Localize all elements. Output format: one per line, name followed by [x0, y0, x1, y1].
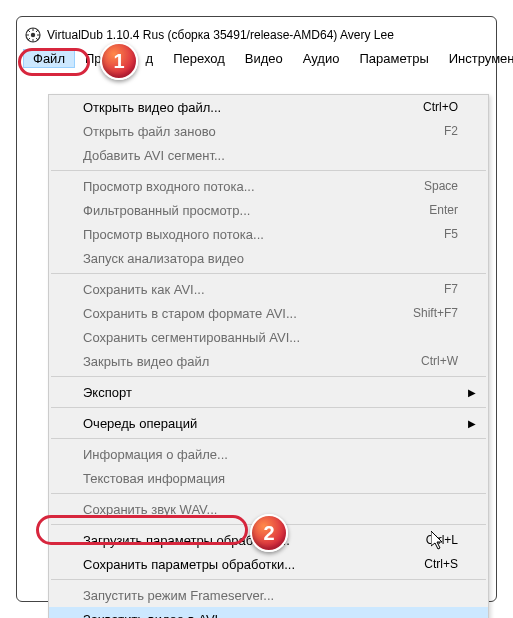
menu-item-text-info: Текстовая информация — [49, 466, 488, 490]
menu-edit-prefix[interactable]: Пр — [75, 49, 112, 68]
menu-item-save-wav: Сохранить звук WAV... — [49, 497, 488, 521]
menu-item-save-avi: Сохранить как AVI...F7 — [49, 277, 488, 301]
app-icon — [25, 27, 41, 43]
menu-edit-suffix[interactable]: д — [112, 49, 164, 68]
label: Открыть файл заново — [83, 124, 216, 139]
label: Сохранить как AVI... — [83, 282, 205, 297]
separator — [51, 438, 486, 439]
menu-file[interactable]: Файл — [23, 49, 75, 68]
separator — [51, 493, 486, 494]
app-window: VirtualDub 1.10.4 Rus (сборка 35491/rele… — [16, 16, 497, 602]
label: Фильтрованный просмотр... — [83, 203, 250, 218]
file-menu-dropdown: Открыть видео файл...Ctrl+O Открыть файл… — [48, 94, 489, 618]
submenu-arrow-icon: ▶ — [468, 418, 476, 429]
menu-item-reopen: Открыть файл зановоF2 — [49, 119, 488, 143]
label: Загрузить параметры обработки... — [83, 533, 290, 548]
menu-item-file-info: Информация о файле... — [49, 442, 488, 466]
shortcut: F7 — [444, 282, 458, 296]
menu-audio[interactable]: Аудио — [293, 49, 350, 68]
menu-item-queue[interactable]: Очередь операций▶ — [49, 411, 488, 435]
menu-item-capture-avi[interactable]: Захватить видео в AVI... — [49, 607, 488, 618]
menu-goto[interactable]: Переход — [163, 49, 235, 68]
titlebar: VirtualDub 1.10.4 Rus (сборка 35491/rele… — [23, 23, 490, 49]
separator — [51, 170, 486, 171]
menu-item-export[interactable]: Экспорт▶ — [49, 380, 488, 404]
menu-item-save-segmented: Сохранить сегментированный AVI... — [49, 325, 488, 349]
menu-item-preview-output: Просмотр выходного потока...F5 — [49, 222, 488, 246]
menu-item-analyzer: Запуск анализатора видео — [49, 246, 488, 270]
menu-item-load-processing[interactable]: Загрузить параметры обработки...Ctrl+L — [49, 528, 488, 552]
menu-item-open[interactable]: Открыть видео файл...Ctrl+O — [49, 95, 488, 119]
shortcut: Space — [424, 179, 458, 193]
shortcut: Ctrl+O — [423, 100, 458, 114]
menu-params[interactable]: Параметры — [349, 49, 438, 68]
label: Сохранить в старом формате AVI... — [83, 306, 297, 321]
label: Очередь операций — [83, 416, 197, 431]
shortcut: Shift+F7 — [413, 306, 458, 320]
menu-item-add-segment: Добавить AVI сегмент... — [49, 143, 488, 167]
shortcut: F5 — [444, 227, 458, 241]
menu-tools[interactable]: Инструменты — [439, 49, 513, 68]
label: Просмотр входного потока... — [83, 179, 255, 194]
label: Сохранить сегментированный AVI... — [83, 330, 300, 345]
menu-item-preview-input: Просмотр входного потока...Space — [49, 174, 488, 198]
window-title: VirtualDub 1.10.4 Rus (сборка 35491/rele… — [47, 28, 394, 42]
shortcut: Ctrl+L — [426, 533, 458, 547]
submenu-arrow-icon: ▶ — [468, 387, 476, 398]
label: Просмотр выходного потока... — [83, 227, 264, 242]
label: Экспорт — [83, 385, 132, 400]
menubar: Файл Пр д Переход Видео Аудио Параметры … — [23, 49, 490, 70]
label: Текстовая информация — [83, 471, 225, 486]
menu-item-preview-filtered: Фильтрованный просмотр...Enter — [49, 198, 488, 222]
shortcut: Ctrl+W — [421, 354, 458, 368]
separator — [51, 524, 486, 525]
label: Запуск анализатора видео — [83, 251, 244, 266]
separator — [51, 407, 486, 408]
menu-item-save-old-avi: Сохранить в старом формате AVI...Shift+F… — [49, 301, 488, 325]
svg-point-1 — [31, 33, 35, 37]
separator — [51, 579, 486, 580]
label: Информация о файле... — [83, 447, 228, 462]
label: Открыть видео файл... — [83, 100, 221, 115]
shortcut: F2 — [444, 124, 458, 138]
shortcut: Enter — [429, 203, 458, 217]
menu-item-close: Закрыть видео файлCtrl+W — [49, 349, 488, 373]
separator — [51, 376, 486, 377]
label: Сохранить параметры обработки... — [83, 557, 295, 572]
shortcut: Ctrl+S — [424, 557, 458, 571]
menu-item-save-processing[interactable]: Сохранить параметры обработки...Ctrl+S — [49, 552, 488, 576]
label: Захватить видео в AVI... — [83, 612, 229, 619]
menu-video[interactable]: Видео — [235, 49, 293, 68]
label: Сохранить звук WAV... — [83, 502, 217, 517]
label: Закрыть видео файл — [83, 354, 209, 369]
label: Добавить AVI сегмент... — [83, 148, 225, 163]
separator — [51, 273, 486, 274]
label: Запустить режим Frameserver... — [83, 588, 274, 603]
menu-item-frameserver: Запустить режим Frameserver... — [49, 583, 488, 607]
